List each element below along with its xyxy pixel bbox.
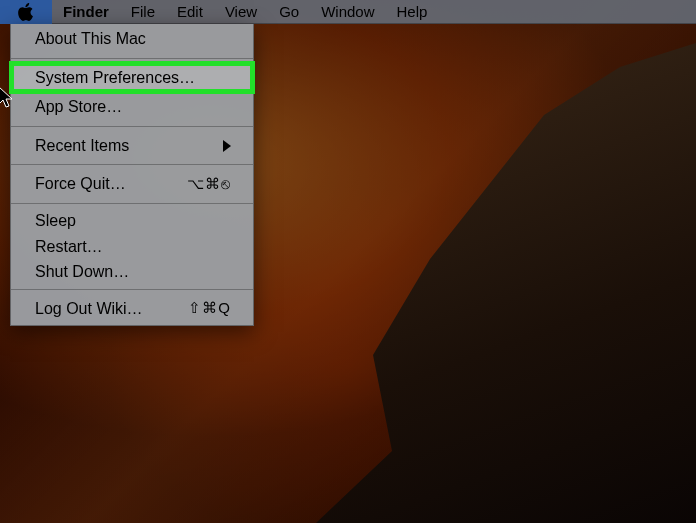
menu-separator	[11, 289, 253, 290]
menu-shut-down[interactable]: Shut Down…	[11, 259, 253, 285]
menu-label: Shut Down…	[35, 261, 129, 283]
menu-label: Restart…	[35, 236, 103, 258]
menu-power-group: Sleep Restart… Shut Down…	[11, 208, 253, 285]
menubar-file[interactable]: File	[120, 0, 166, 24]
menu-separator	[11, 203, 253, 204]
menu-shortcut: ⌥⌘⎋	[187, 174, 231, 194]
menubar-go[interactable]: Go	[268, 0, 310, 24]
menu-system-preferences[interactable]: System Preferences…	[11, 63, 253, 93]
menubar-app-name[interactable]: Finder	[52, 0, 120, 24]
menu-separator	[11, 164, 253, 165]
menu-label: System Preferences…	[35, 67, 195, 89]
menubar-view[interactable]: View	[214, 0, 268, 24]
menu-recent-items[interactable]: Recent Items	[11, 131, 253, 161]
menubar: Finder File Edit View Go Window Help	[0, 0, 696, 24]
apple-menu-button[interactable]	[0, 0, 52, 24]
menubar-help[interactable]: Help	[386, 0, 439, 24]
menu-label: About This Mac	[35, 28, 146, 50]
menu-app-store[interactable]: App Store…	[11, 92, 253, 122]
menu-label: Force Quit…	[35, 173, 126, 195]
menu-force-quit[interactable]: Force Quit… ⌥⌘⎋	[11, 169, 253, 199]
menu-separator	[11, 58, 253, 59]
apple-logo-icon	[18, 3, 34, 21]
menu-log-out[interactable]: Log Out Wiki… ⇧⌘Q	[11, 294, 253, 324]
menu-restart[interactable]: Restart…	[11, 234, 253, 260]
menubar-edit[interactable]: Edit	[166, 0, 214, 24]
menu-label: Recent Items	[35, 135, 129, 157]
menu-separator	[11, 126, 253, 127]
menu-label: Log Out Wiki…	[35, 298, 143, 320]
menubar-window[interactable]: Window	[310, 0, 385, 24]
menu-label: Sleep	[35, 210, 76, 232]
chevron-right-icon	[223, 140, 231, 152]
apple-menu-dropdown: About This Mac System Preferences… App S…	[10, 24, 254, 326]
menu-label: App Store…	[35, 96, 122, 118]
cursor-icon	[0, 86, 16, 110]
menu-about-this-mac[interactable]: About This Mac	[11, 24, 253, 54]
menu-shortcut: ⇧⌘Q	[188, 298, 231, 318]
menu-sleep[interactable]: Sleep	[11, 208, 253, 234]
